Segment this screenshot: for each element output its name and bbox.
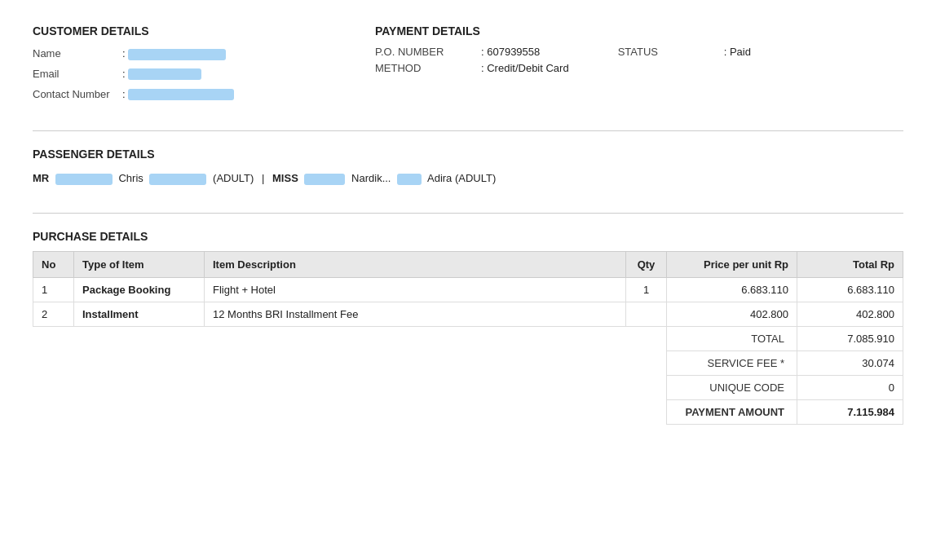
row2-qty bbox=[626, 302, 667, 326]
passenger2-title: MISS bbox=[272, 172, 298, 184]
customer-email-label: Email bbox=[33, 66, 122, 83]
row2-total: 402.800 bbox=[797, 302, 903, 326]
customer-email-value: : bbox=[122, 66, 201, 83]
summary-total-row: TOTAL 7.085.910 bbox=[33, 326, 903, 351]
payment-method-row: METHOD : Credit/Debit Card bbox=[375, 62, 569, 74]
row1-no: 1 bbox=[33, 277, 74, 302]
summary-payment-row: PAYMENT AMOUNT 7.115.984 bbox=[33, 399, 903, 424]
row1-total: 6.683.110 bbox=[797, 277, 903, 302]
purchase-table: No Type of Item Item Description Qty Pri… bbox=[33, 251, 903, 425]
summary-unique-value: 0 bbox=[797, 375, 903, 399]
summary-unique-row: UNIQUE CODE 0 bbox=[33, 375, 903, 399]
col-price: Price per unit Rp bbox=[667, 251, 797, 277]
row2-description: 12 Months BRI Installment Fee bbox=[205, 302, 626, 326]
summary-service-row: SERVICE FEE * 30.074 bbox=[33, 351, 903, 375]
col-total: Total Rp bbox=[797, 251, 903, 277]
payment-status-label: STATUS bbox=[618, 46, 724, 58]
summary-empty-3 bbox=[33, 375, 667, 399]
customer-name-label: Name bbox=[33, 46, 122, 63]
summary-empty-1 bbox=[33, 326, 667, 351]
section-divider-2 bbox=[33, 213, 903, 214]
customer-email-redacted bbox=[128, 68, 201, 80]
passenger-separator: | bbox=[262, 172, 264, 184]
passenger-list: MR Chris (ADULT) | MISS Nardik... Adira … bbox=[33, 169, 903, 187]
summary-payment-value: 7.115.984 bbox=[797, 399, 903, 424]
summary-total-label: TOTAL bbox=[667, 326, 797, 351]
customer-details-section: CUSTOMER DETAILS Name : Email : Contact … bbox=[33, 24, 375, 106]
customer-contact-value: : bbox=[122, 86, 234, 104]
passenger2-name-adira: Adira bbox=[427, 172, 452, 184]
row1-price: 6.683.110 bbox=[667, 277, 797, 302]
passenger2-name-partial: Nardik... bbox=[351, 172, 391, 184]
col-type: Type of Item bbox=[74, 251, 205, 277]
passenger2-firstname-redacted bbox=[304, 174, 345, 185]
table-row: 1 Package Booking Flight + Hotel 1 6.683… bbox=[33, 277, 903, 302]
payment-status-row: STATUS : Paid bbox=[618, 46, 751, 58]
table-row: 2 Installment 12 Months BRI Installment … bbox=[33, 302, 903, 326]
customer-contact-label: Contact Number bbox=[33, 86, 122, 104]
passenger1-title: MR bbox=[33, 172, 49, 184]
row1-type: Package Booking bbox=[74, 277, 205, 302]
payment-method-value: : Credit/Debit Card bbox=[481, 62, 569, 74]
payment-status-value: : Paid bbox=[724, 46, 751, 58]
row1-description: Flight + Hotel bbox=[205, 277, 626, 302]
passenger1-firstname: Chris bbox=[118, 172, 143, 184]
payment-method-label: METHOD bbox=[375, 62, 481, 74]
passenger1-type: (ADULT) bbox=[213, 172, 254, 184]
payment-po-value: : 607939558 bbox=[481, 46, 540, 58]
summary-empty-4 bbox=[33, 399, 667, 424]
summary-unique-label: UNIQUE CODE bbox=[667, 375, 797, 399]
customer-contact-row: Contact Number : bbox=[33, 86, 375, 104]
passenger1-lastname-redacted bbox=[55, 174, 113, 185]
payment-po-label: P.O. NUMBER bbox=[375, 46, 481, 58]
purchase-details-section: PURCHASE DETAILS No Type of Item Item De… bbox=[33, 230, 903, 425]
row2-no: 2 bbox=[33, 302, 74, 326]
customer-name-redacted bbox=[128, 49, 226, 60]
col-description: Item Description bbox=[205, 251, 626, 277]
passenger2-lastname-redacted bbox=[397, 174, 422, 185]
customer-name-value: : bbox=[122, 46, 226, 63]
passenger2-type: (ADULT) bbox=[455, 172, 496, 184]
summary-service-value: 30.074 bbox=[797, 351, 903, 375]
customer-email-row: Email : bbox=[33, 66, 375, 83]
customer-name-row: Name : bbox=[33, 46, 375, 63]
row2-price: 402.800 bbox=[667, 302, 797, 326]
summary-empty-2 bbox=[33, 351, 667, 375]
customer-details-title: CUSTOMER DETAILS bbox=[33, 24, 375, 37]
passenger1-middlename-redacted bbox=[149, 174, 206, 185]
col-no: No bbox=[33, 251, 74, 277]
row2-type: Installment bbox=[74, 302, 205, 326]
section-divider-1 bbox=[33, 130, 903, 131]
payment-details-title: PAYMENT DETAILS bbox=[375, 24, 903, 37]
payment-details-section: PAYMENT DETAILS P.O. NUMBER : 607939558 … bbox=[375, 24, 903, 106]
summary-payment-label: PAYMENT AMOUNT bbox=[667, 399, 797, 424]
summary-total-value: 7.085.910 bbox=[797, 326, 903, 351]
summary-service-label: SERVICE FEE * bbox=[667, 351, 797, 375]
row1-qty: 1 bbox=[626, 277, 667, 302]
passenger-details-title: PASSENGER DETAILS bbox=[33, 148, 903, 161]
customer-contact-redacted bbox=[128, 89, 234, 100]
payment-po-row: P.O. NUMBER : 607939558 bbox=[375, 46, 569, 58]
col-qty: Qty bbox=[626, 251, 667, 277]
purchase-details-title: PURCHASE DETAILS bbox=[33, 230, 903, 243]
passenger-details-section: PASSENGER DETAILS MR Chris (ADULT) | MIS… bbox=[33, 148, 903, 187]
table-header-row: No Type of Item Item Description Qty Pri… bbox=[33, 251, 903, 277]
